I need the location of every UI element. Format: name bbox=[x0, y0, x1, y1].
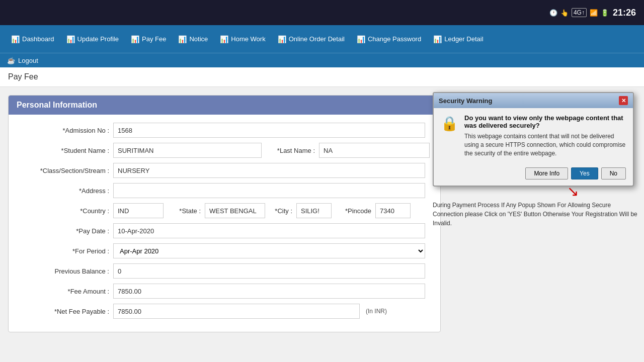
logout-icon: ☕ bbox=[7, 57, 15, 64]
net-fee-input[interactable] bbox=[113, 304, 360, 319]
class-label: *Class/Section/Stream : bbox=[19, 167, 109, 174]
page-title: Pay Fee bbox=[8, 72, 38, 81]
city-label: *City : bbox=[272, 207, 292, 215]
nav-pay-fee-label: Pay Fee bbox=[142, 35, 166, 43]
nav-notice-label: Notice bbox=[189, 35, 208, 43]
signal-icon: 📶 bbox=[590, 9, 598, 17]
address-input[interactable] bbox=[113, 183, 425, 198]
country-label: *Country : bbox=[19, 207, 109, 215]
network-4g-icon: 4G↑ bbox=[572, 8, 587, 17]
warning-area: Security Warning ✕ 🔒 Do you want to view… bbox=[433, 92, 639, 228]
change-password-icon: 📊 bbox=[357, 35, 365, 43]
state-label: *State : bbox=[171, 207, 201, 215]
more-info-button[interactable]: More Info bbox=[525, 167, 568, 179]
pay-date-input[interactable] bbox=[113, 223, 425, 238]
for-period-label: *For Period : bbox=[19, 247, 109, 255]
warning-note: During Payment Process If Any Popup Show… bbox=[433, 201, 639, 228]
nav-ledger-detail[interactable]: 📊 Ledger Detail bbox=[427, 31, 489, 47]
for-period-row: *For Period : Apr-Apr 2020 bbox=[19, 243, 430, 258]
nav-change-password[interactable]: 📊 Change Password bbox=[351, 31, 427, 47]
dialog-title: Security Warning bbox=[439, 97, 492, 105]
city-input[interactable] bbox=[296, 203, 332, 218]
navbar: 📊 Dashboard 📊 Update Profile 📊 Pay Fee 📊… bbox=[0, 25, 644, 53]
fee-amount-label: *Fee Amount : bbox=[19, 288, 109, 295]
dialog-titlebar: Security Warning ✕ bbox=[434, 93, 633, 108]
name-row: *Student Name : *Last Name : bbox=[19, 143, 430, 158]
dashboard-icon: 📊 bbox=[11, 35, 20, 43]
section-title: Personal Information bbox=[17, 101, 97, 109]
nav-change-password-label: Change Password bbox=[368, 35, 421, 43]
nav-update-profile-label: Update Profile bbox=[77, 35, 119, 43]
country-input[interactable] bbox=[113, 203, 164, 218]
last-name-label: *Last Name : bbox=[270, 147, 315, 154]
logout-button[interactable]: ☕ Logout bbox=[7, 57, 38, 64]
location-row: *Country : *State : *City : *Pincode bbox=[19, 203, 430, 218]
notice-icon: 📊 bbox=[178, 35, 187, 43]
content-area: Personal Information *Admission No : *St… bbox=[0, 87, 644, 340]
net-fee-label: *Net Fee Payable : bbox=[19, 308, 109, 315]
card-body: *Admission No : *Student Name : *Last Na… bbox=[9, 115, 440, 332]
dialog-body: 🔒 Do you want to view only the webpage c… bbox=[434, 108, 633, 163]
home-work-icon: 📊 bbox=[220, 35, 228, 43]
pincode-label: *Pincode bbox=[339, 207, 371, 215]
update-profile-icon: 📊 bbox=[66, 35, 75, 43]
pay-date-label: *Pay Date : bbox=[19, 227, 109, 235]
status-bar: 🕐 👆 4G↑ 📶 🔋 21:26 bbox=[0, 0, 644, 25]
dialog-main-text: Do you want to view only the webpage con… bbox=[464, 114, 626, 129]
fee-amount-row: *Fee Amount : bbox=[19, 284, 430, 299]
nav-home-work[interactable]: 📊 Home Work bbox=[214, 31, 271, 47]
lock-icon: 🔒 bbox=[441, 115, 458, 132]
address-row: *Address : bbox=[19, 183, 430, 198]
nav-online-order-label: Online Order Detail bbox=[289, 35, 345, 43]
status-icons: 🕐 👆 4G↑ 📶 🔋 bbox=[549, 8, 609, 17]
state-input[interactable] bbox=[205, 203, 265, 218]
page-title-bar: Pay Fee bbox=[0, 67, 644, 87]
pay-fee-icon: 📊 bbox=[131, 35, 139, 43]
address-label: *Address : bbox=[19, 187, 109, 195]
class-row: *Class/Section/Stream : bbox=[19, 163, 430, 178]
student-name-label: *Student Name : bbox=[19, 147, 109, 154]
admission-no-label: *Admission No : bbox=[19, 127, 109, 134]
nav-home-work-label: Home Work bbox=[231, 35, 265, 43]
nav-dashboard-label: Dashboard bbox=[22, 35, 54, 43]
nav-ledger-label: Ledger Detail bbox=[444, 35, 483, 43]
dialog-sub-text: This webpage contains content that will … bbox=[464, 132, 626, 157]
logout-label: Logout bbox=[18, 57, 38, 64]
arrow-container: ↘ bbox=[433, 185, 639, 199]
admission-no-input[interactable] bbox=[113, 123, 425, 138]
alarm-icon: 🕐 bbox=[549, 9, 557, 17]
personal-info-card: Personal Information *Admission No : *St… bbox=[8, 95, 441, 332]
clock-time: 21:26 bbox=[613, 8, 636, 18]
security-warning-dialog: Security Warning ✕ 🔒 Do you want to view… bbox=[433, 92, 634, 187]
nav-online-order[interactable]: 📊 Online Order Detail bbox=[272, 31, 351, 47]
ledger-icon: 📊 bbox=[433, 35, 442, 43]
dialog-text-container: Do you want to view only the webpage con… bbox=[464, 114, 626, 157]
logout-bar: ☕ Logout bbox=[0, 53, 644, 67]
card-header: Personal Information bbox=[9, 96, 440, 115]
admission-no-row: *Admission No : bbox=[19, 123, 430, 138]
nav-pay-fee[interactable]: 📊 Pay Fee bbox=[125, 31, 172, 47]
class-input[interactable] bbox=[113, 163, 425, 178]
prev-balance-input[interactable] bbox=[113, 263, 425, 279]
battery-icon: 🔋 bbox=[601, 9, 609, 17]
prev-balance-row: Previous Balance : bbox=[19, 263, 430, 279]
for-period-select[interactable]: Apr-Apr 2020 bbox=[113, 243, 425, 258]
last-name-input[interactable] bbox=[319, 143, 430, 158]
fee-amount-input[interactable] bbox=[113, 284, 425, 299]
nav-update-profile[interactable]: 📊 Update Profile bbox=[60, 31, 125, 47]
dialog-close-button[interactable]: ✕ bbox=[619, 96, 628, 105]
net-fee-row: *Net Fee Payable : (In INR) bbox=[19, 304, 430, 319]
prev-balance-label: Previous Balance : bbox=[19, 267, 109, 275]
yes-button[interactable]: Yes bbox=[571, 167, 598, 179]
in-inr-label: (In INR) bbox=[366, 308, 387, 315]
online-order-icon: 📊 bbox=[278, 35, 286, 43]
red-arrow-icon: ↘ bbox=[567, 185, 579, 199]
touch-icon: 👆 bbox=[560, 9, 569, 17]
pay-date-row: *Pay Date : bbox=[19, 223, 430, 238]
nav-dashboard[interactable]: 📊 Dashboard bbox=[5, 31, 60, 47]
student-name-input[interactable] bbox=[113, 143, 262, 158]
dialog-buttons: More Info Yes No bbox=[434, 163, 633, 186]
no-button[interactable]: No bbox=[601, 167, 626, 179]
nav-notice[interactable]: 📊 Notice bbox=[172, 31, 214, 47]
pincode-input[interactable] bbox=[375, 203, 411, 218]
